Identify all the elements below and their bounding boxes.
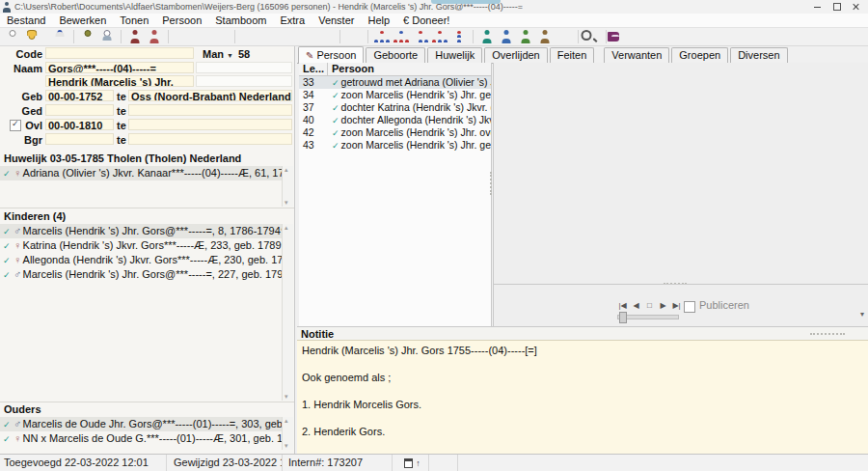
- nav-next-icon[interactable]: ▶: [657, 300, 669, 312]
- person-child-icon[interactable]: [477, 28, 497, 45]
- menu-stamboom[interactable]: Stamboom: [208, 14, 273, 27]
- media-zoom-slider[interactable]: [617, 315, 679, 319]
- person-parent-icon[interactable]: [497, 28, 516, 45]
- note-textarea[interactable]: Hendrik (Marcelis 's) Jhr. Gors 1755----…: [297, 340, 868, 454]
- menu-bewerken[interactable]: Bewerken: [52, 14, 113, 27]
- spouse-row[interactable]: ♀Adriana (Olivier 's) Jkvr. Kanaar***---…: [0, 166, 283, 180]
- chart-genealogie-icon[interactable]: [430, 28, 449, 45]
- minimize-icon[interactable]: [808, 0, 827, 13]
- tab-overlijden[interactable]: Overlijden: [484, 47, 548, 63]
- publish-checkbox[interactable]: [684, 301, 695, 313]
- menu-help[interactable]: Help: [361, 14, 396, 27]
- back-icon[interactable]: [173, 28, 192, 45]
- event-row[interactable]: 34zoon Marcelis (Hendrik 's) Jhr. gebo..…: [299, 89, 491, 101]
- person-partner-icon[interactable]: [535, 28, 555, 45]
- check-icon: [332, 101, 339, 113]
- event-row[interactable]: 37dochter Katrina (Hendrik 's) Jkvr. g..…: [299, 101, 491, 114]
- sex-dropdown[interactable]: Man▼: [203, 47, 233, 63]
- event-row[interactable]: 40dochter Allegonda (Hendrik 's) Jkvr...: [299, 114, 491, 126]
- death-date-input[interactable]: 00-00-1810: [45, 119, 114, 130]
- chart-parenteel-icon[interactable]: [372, 28, 392, 45]
- child-row[interactable]: ♀Katrina (Hendrik 's) Jkvr. Gors***-----…: [0, 238, 283, 253]
- nav-first-icon[interactable]: |◀: [616, 300, 629, 312]
- tab-label: Geboorte: [373, 49, 418, 61]
- menu-doneer[interactable]: € Doneer!: [396, 14, 456, 27]
- child-row[interactable]: ♂Marcelis (Hendrik 's) Jhr. Gors@***----…: [0, 267, 283, 282]
- person-swap-icon[interactable]: [555, 28, 574, 45]
- chart-stamreeks-icon[interactable]: [449, 28, 469, 45]
- maximize-icon[interactable]: [827, 0, 847, 13]
- report-icon[interactable]: [97, 28, 117, 45]
- search-icon[interactable]: [583, 28, 602, 45]
- open-file-icon[interactable]: [22, 28, 41, 45]
- burial-place-input[interactable]: [128, 133, 292, 145]
- child-row[interactable]: ♂Marcelis (Hendrik 's) Jhr. Gors@***----…: [0, 224, 283, 238]
- baptism-date-input[interactable]: [45, 104, 114, 116]
- forward-icon[interactable]: [211, 28, 231, 45]
- tab-huwelijk[interactable]: Huwelijk: [427, 47, 482, 63]
- menu-extra[interactable]: Extra: [273, 14, 312, 27]
- view-split-icon[interactable]: [278, 28, 297, 45]
- open-dropdown-icon[interactable]: [41, 28, 50, 45]
- tab-geboorte[interactable]: Geboorte: [366, 47, 425, 63]
- baptism-place-input[interactable]: [128, 104, 292, 116]
- tab-feiten[interactable]: Feiten: [550, 47, 595, 63]
- tab-persoon[interactable]: Persoon: [298, 46, 364, 64]
- menu-venster[interactable]: Venster: [312, 14, 361, 27]
- birth-place-input[interactable]: Oss (Noord-Brabant) Nederland: [128, 90, 292, 101]
- view-full-icon[interactable]: [316, 28, 336, 45]
- surname-extra-input[interactable]: [196, 62, 292, 73]
- burial-date-input[interactable]: [45, 133, 114, 145]
- close-icon[interactable]: [847, 0, 866, 13]
- death-place-input[interactable]: [128, 119, 292, 130]
- title-bar[interactable]: C:\Users\Robert\Documents\Aldfaer\Stambo…: [0, 0, 868, 14]
- status-empty-segment: [458, 455, 868, 471]
- menu-persoon[interactable]: Persoon: [155, 14, 208, 27]
- parents-list-scrollbar[interactable]: [282, 417, 293, 450]
- menu-tonen[interactable]: Tonen: [113, 14, 155, 27]
- new-person-icon[interactable]: [3, 28, 22, 45]
- chart-stamboom-icon[interactable]: [411, 28, 430, 45]
- children-list: ♂Marcelis (Hendrik 's) Jhr. Gors@***----…: [0, 224, 283, 401]
- spouse-list-scrollbar[interactable]: [282, 166, 293, 207]
- nav-previous-icon[interactable]: ◀: [630, 300, 642, 312]
- children-list-scrollbar[interactable]: [282, 224, 293, 401]
- nav-stop-icon[interactable]: □: [643, 300, 656, 312]
- event-row[interactable]: 33getrouwd met Adriana (Olivier 's) J...: [299, 76, 491, 89]
- event-text-cell: zoon Marcelis (Hendrik 's) Jhr. overl...: [328, 126, 491, 139]
- event-row[interactable]: 42zoon Marcelis (Hendrik 's) Jhr. overl.…: [299, 126, 491, 139]
- window-select-icon[interactable]: [344, 28, 364, 45]
- menu-bestand[interactable]: Bestand: [0, 14, 52, 27]
- child-row[interactable]: ♀Allegonda (Hendrik 's) Jkvr. Gors***---…: [0, 253, 283, 267]
- tab-verwanten[interactable]: Verwanten: [604, 47, 669, 63]
- vertical-splitter[interactable]: [490, 172, 492, 195]
- view-table-icon[interactable]: [239, 28, 258, 45]
- birth-date-input[interactable]: 00-00-1752: [45, 90, 114, 101]
- note-splitter-grip[interactable]: [810, 333, 845, 335]
- person-male-icon[interactable]: [125, 28, 145, 45]
- chart-kwartierstaat-icon[interactable]: [392, 28, 411, 45]
- parent-row[interactable]: ♂Marcelis de Oude Jhr. Gors@***-----(01)…: [0, 417, 283, 431]
- book-icon[interactable]: [610, 28, 630, 45]
- column-header-person[interactable]: Persoon: [328, 63, 491, 75]
- tab-groepen[interactable]: Groepen: [671, 47, 728, 63]
- code-input[interactable]: [45, 47, 194, 59]
- events-table-header[interactable]: Le... Persoon: [299, 63, 491, 76]
- tab-diversen[interactable]: Diversen: [730, 47, 787, 63]
- column-header-nr[interactable]: Le...: [299, 63, 328, 75]
- parent-row[interactable]: ♀NN x Marcelis de Oude G.***-----(01)---…: [0, 431, 283, 446]
- sex-value: Man: [203, 48, 224, 60]
- nav-last-icon[interactable]: ▶|: [670, 300, 683, 312]
- person-sibling-icon[interactable]: [516, 28, 535, 45]
- surname-input[interactable]: Gors@***-----(04)-----=: [45, 62, 194, 73]
- view-combi-icon[interactable]: [297, 28, 316, 45]
- givenname-input[interactable]: Hendrik (Marcelis 's) Jhr.: [45, 75, 194, 87]
- event-row[interactable]: 43zoon Marcelis (Hendrik 's) Jhr. gebo..…: [299, 139, 491, 152]
- view-form-icon[interactable]: [258, 28, 278, 45]
- backup-icon[interactable]: [78, 28, 97, 45]
- home-icon[interactable]: [192, 28, 211, 45]
- givenname-extra-input[interactable]: [196, 75, 292, 87]
- person-female-icon[interactable]: [145, 28, 164, 45]
- chevron-down-icon[interactable]: ▾: [860, 310, 864, 319]
- save-icon[interactable]: [50, 28, 69, 45]
